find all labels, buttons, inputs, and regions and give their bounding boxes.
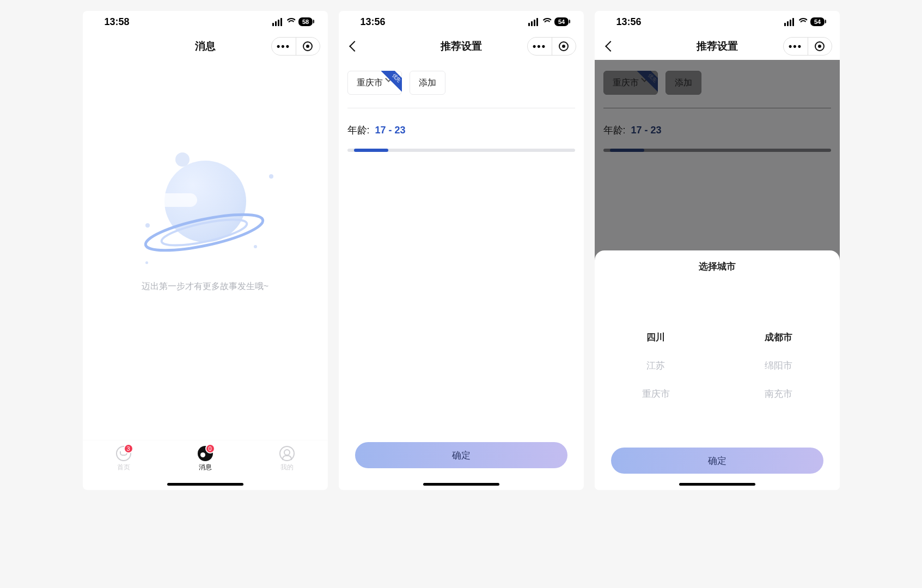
status-time: 13:56 <box>616 16 642 28</box>
add-city-chip[interactable]: 添加 <box>410 71 445 95</box>
capsule-close-button[interactable] <box>296 38 320 55</box>
picker-item[interactable]: 绵阳市 <box>765 352 792 379</box>
picker-item[interactable]: 重庆市 <box>642 380 670 407</box>
picker-item[interactable]: 江苏 <box>646 352 665 379</box>
phone-messages-empty: 13:58 58 消息 ••• <box>83 11 328 490</box>
tab-label: 消息 <box>199 463 212 472</box>
wifi-icon <box>797 18 807 26</box>
age-slider-track <box>354 149 388 152</box>
tab-messages[interactable]: 消息 0 <box>198 446 213 472</box>
tab-label: 我的 <box>280 463 294 472</box>
wifi-icon <box>285 18 295 26</box>
status-right: 54 <box>528 17 569 26</box>
capsule-more-button[interactable]: ••• <box>272 38 296 55</box>
content-body: 迈出第一步才有更多故事发生哦~ <box>83 60 328 440</box>
priority-ribbon: 优先 <box>381 71 402 91</box>
cellular-icon <box>272 18 282 26</box>
age-value: 17 - 23 <box>375 125 406 136</box>
age-row: 年龄: 17 - 23 <box>347 124 575 137</box>
picker-item[interactable]: 成都市 <box>765 323 792 351</box>
status-right: 58 <box>272 17 313 26</box>
picker-title: 选择城市 <box>595 250 840 283</box>
city-chip[interactable]: 重庆市 优先 <box>347 71 402 95</box>
confirm-button[interactable]: 确定 <box>355 442 567 468</box>
messages-badge: 0 <box>205 444 215 454</box>
tab-me[interactable]: 我的 <box>279 446 295 472</box>
add-chip-label: 添加 <box>419 77 436 89</box>
home-badge: 3 <box>124 444 133 454</box>
nav-bar: 推荐设置 ••• <box>595 33 840 60</box>
planet-illustration <box>135 152 276 278</box>
picker-confirm-button[interactable]: 确定 <box>611 448 823 474</box>
status-time: 13:56 <box>361 16 386 28</box>
picker-province-column[interactable]: 四川 江苏 重庆市 <box>595 323 717 443</box>
cellular-icon <box>784 18 794 26</box>
cellular-icon <box>528 18 538 26</box>
status-time: 13:58 <box>105 16 130 28</box>
settings-panel: 重庆市 优先 添加 年龄: 17 - 23 <box>339 60 584 152</box>
capsule-close-button[interactable] <box>552 38 576 55</box>
home-indicator[interactable] <box>423 483 499 486</box>
status-bar: 13:56 54 <box>339 11 584 33</box>
miniapp-capsule: ••• <box>271 37 320 56</box>
city-chip-row: 重庆市 优先 添加 <box>347 71 575 108</box>
page-title: 推荐设置 <box>441 39 482 53</box>
empty-state-text: 迈出第一步才有更多故事发生哦~ <box>142 281 268 292</box>
tab-home[interactable]: 首页 3 <box>116 446 131 472</box>
status-bar: 13:58 58 <box>83 11 328 33</box>
status-right: 54 <box>784 17 825 26</box>
home-indicator[interactable] <box>167 483 243 486</box>
me-icon <box>279 446 295 461</box>
phone-settings-picker: 13:56 54 推荐设置 ••• 重庆市 优先 添加 年龄: 17 - <box>595 11 840 490</box>
confirm-label: 确定 <box>452 449 471 462</box>
miniapp-capsule: ••• <box>527 37 576 56</box>
city-picker-sheet: 选择城市 四川 江苏 重庆市 成都市 绵阳市 南充市 确定 <box>595 250 840 490</box>
capsule-more-button[interactable]: ••• <box>528 38 552 55</box>
empty-state: 迈出第一步才有更多故事发生哦~ <box>83 60 328 292</box>
back-button[interactable] <box>606 40 613 52</box>
content-body: 重庆市 优先 添加 年龄: 17 - 23 确定 <box>339 60 584 490</box>
battery-icon: 54 <box>554 17 569 26</box>
back-button[interactable] <box>350 40 357 52</box>
nav-bar: 推荐设置 ••• <box>339 33 584 60</box>
page-title: 消息 <box>195 39 216 53</box>
age-slider[interactable] <box>347 149 575 152</box>
picker-item[interactable]: 南充市 <box>765 380 792 407</box>
picker-item[interactable]: 四川 <box>646 323 665 351</box>
wifi-icon <box>541 18 551 26</box>
page-title: 推荐设置 <box>697 39 738 53</box>
home-indicator[interactable] <box>679 483 755 486</box>
battery-icon: 54 <box>810 17 825 26</box>
nav-bar: 消息 ••• <box>83 33 328 60</box>
confirm-label: 确定 <box>708 455 726 467</box>
status-bar: 13:56 54 <box>595 11 840 33</box>
phone-settings: 13:56 54 推荐设置 ••• 重庆市 优先 添加 <box>339 11 584 490</box>
capsule-more-button[interactable]: ••• <box>784 38 808 55</box>
city-chip-label: 重庆市 <box>357 77 383 89</box>
tab-label: 首页 <box>117 463 130 472</box>
miniapp-capsule: ••• <box>783 37 832 56</box>
age-label: 年龄: <box>347 124 370 137</box>
capsule-close-button[interactable] <box>808 38 832 55</box>
content-body: 重庆市 优先 添加 年龄: 17 - 23 选择城市 四川 江苏 重庆市 <box>595 60 840 490</box>
battery-icon: 58 <box>298 17 313 26</box>
picker-city-column[interactable]: 成都市 绵阳市 南充市 <box>717 323 840 443</box>
picker-columns: 四川 江苏 重庆市 成都市 绵阳市 南充市 <box>595 283 840 443</box>
